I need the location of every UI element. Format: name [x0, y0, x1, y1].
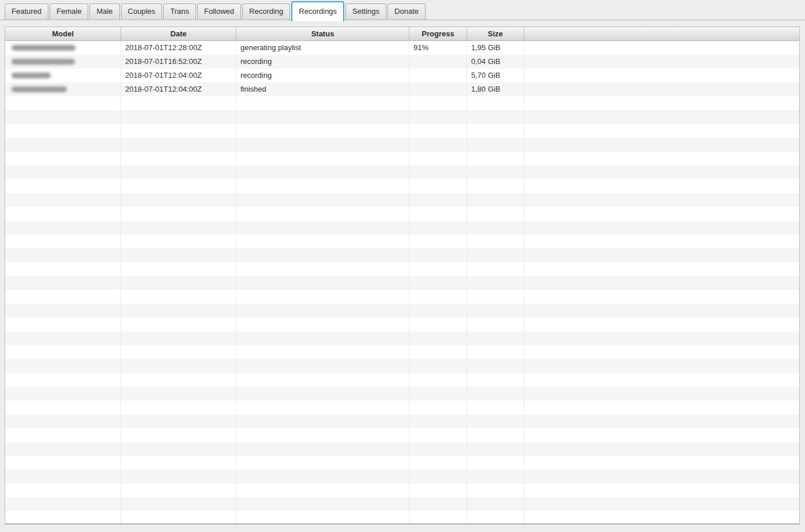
cell-filler [524, 248, 799, 262]
cell-filler [524, 235, 799, 248]
cell-size [467, 387, 524, 401]
cell-size [467, 318, 524, 331]
cell-model [5, 428, 121, 442]
cell-size: 1,95 GiB [467, 41, 524, 55]
cell-model [5, 262, 121, 276]
cell-status [236, 511, 409, 523]
tab-trans[interactable]: Trans [163, 3, 196, 20]
cell-date [121, 165, 236, 179]
cell-model [5, 82, 121, 96]
redacted-model-name [12, 86, 67, 92]
cell-filler [524, 428, 799, 442]
cell-progress [409, 248, 467, 262]
cell-date [121, 96, 236, 110]
column-header-date[interactable]: Date [121, 27, 236, 41]
table-row-recording[interactable]: 2018-07-01T12:04:00Zrecording5,70 GiB [5, 69, 799, 82]
cell-progress [409, 456, 467, 470]
redacted-model-name [12, 73, 51, 78]
cell-date [121, 248, 236, 262]
cell-date [121, 235, 236, 248]
cell-status [236, 414, 409, 428]
cell-filler [524, 276, 799, 290]
cell-progress [409, 304, 467, 318]
column-header-progress[interactable]: Progress [409, 27, 467, 41]
cell-progress [409, 318, 467, 331]
cell-filler [524, 69, 799, 82]
table-row-empty [5, 414, 799, 428]
column-header-model[interactable]: Model [5, 27, 121, 41]
cell-date [121, 484, 236, 497]
recordings-table: ModelDateStatusProgressSize 2018-07-01T1… [5, 27, 800, 525]
cell-size [467, 331, 524, 345]
cell-size [467, 110, 524, 124]
cell-model [5, 345, 121, 359]
cell-size: 1,80 GiB [467, 82, 524, 96]
cell-model [5, 373, 121, 387]
cell-progress [409, 69, 467, 82]
table-row-recording[interactable]: 2018-07-01T16:52:00Zrecording0,04 GiB [5, 55, 799, 69]
cell-progress [409, 82, 467, 96]
cell-filler [524, 152, 799, 165]
cell-size [467, 373, 524, 387]
cell-filler [524, 318, 799, 331]
cell-size [467, 221, 524, 235]
cell-date [121, 179, 236, 193]
table-row-empty [5, 442, 799, 456]
tab-recordings[interactable]: Recordings [291, 1, 344, 21]
cell-filler [524, 207, 799, 221]
cell-date: 2018-07-01T12:04:00Z [121, 82, 236, 96]
cell-progress [409, 484, 467, 497]
cell-model [5, 290, 121, 304]
cell-status [236, 456, 409, 470]
cell-status [236, 359, 409, 373]
cell-date [121, 304, 236, 318]
cell-status [236, 318, 409, 331]
column-header-size[interactable]: Size [467, 27, 524, 41]
cell-progress [409, 387, 467, 401]
cell-status [236, 124, 409, 138]
cell-status [236, 428, 409, 442]
cell-filler [524, 165, 799, 179]
cell-model [5, 497, 121, 511]
tab-donate[interactable]: Donate [388, 3, 426, 20]
cell-size [467, 124, 524, 138]
tab-male[interactable]: Male [89, 3, 119, 20]
table-row-recording[interactable]: 2018-07-01T12:28:00Zgenerating playlist9… [5, 41, 799, 55]
cell-size [467, 96, 524, 110]
cell-date [121, 276, 236, 290]
tab-female[interactable]: Female [50, 3, 88, 20]
cell-status [236, 373, 409, 387]
tab-recording[interactable]: Recording [242, 3, 290, 20]
tab-couples[interactable]: Couples [121, 3, 163, 20]
cell-model [5, 124, 121, 138]
cell-date [121, 124, 236, 138]
tab-featured[interactable]: Featured [5, 3, 48, 20]
cell-date [121, 138, 236, 152]
cell-filler [524, 484, 799, 497]
cell-progress [409, 276, 467, 290]
table-row-recording[interactable]: 2018-07-01T12:04:00Zfinished1,80 GiB [5, 82, 799, 96]
tab-settings[interactable]: Settings [345, 3, 386, 20]
table-row-empty [5, 207, 799, 221]
cell-model [5, 484, 121, 497]
cell-model [5, 442, 121, 456]
cell-size [467, 511, 524, 523]
cell-size [467, 456, 524, 470]
cell-size [467, 304, 524, 318]
cell-date [121, 442, 236, 456]
cell-progress [409, 262, 467, 276]
cell-progress [409, 55, 467, 69]
tab-followed[interactable]: Followed [197, 3, 241, 20]
cell-model [5, 69, 121, 82]
cell-status [236, 152, 409, 165]
cell-progress [409, 96, 467, 110]
cell-progress: 91% [409, 41, 467, 55]
column-header-status[interactable]: Status [236, 27, 409, 41]
cell-size [467, 442, 524, 456]
cell-size [467, 179, 524, 193]
cell-progress [409, 401, 467, 414]
cell-progress [409, 290, 467, 304]
table-row-empty [5, 456, 799, 470]
cell-size [467, 152, 524, 165]
cell-filler [524, 470, 799, 484]
